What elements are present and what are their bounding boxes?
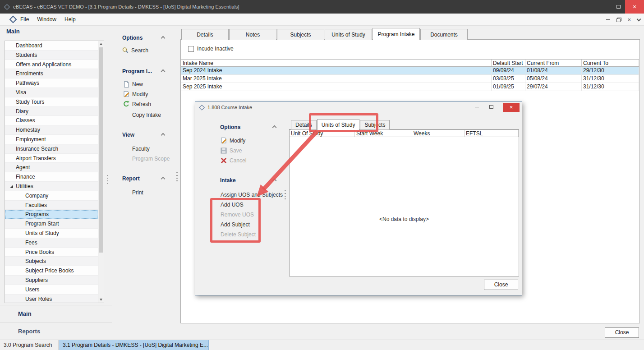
sidebar-item-label: Utilities (16, 183, 33, 189)
mdi-close-icon[interactable]: × (627, 17, 631, 23)
section-header-program[interactable]: Program I... (122, 68, 152, 74)
sidebar-item-airport-transfers[interactable]: Airport Transfers (5, 154, 98, 163)
table-row[interactable]: Sep 2025 Intake 01/09/25 29/07/24 31/12/… (181, 83, 639, 91)
column-header-current-from[interactable]: Current From (525, 60, 582, 66)
dialog-section-header-intake[interactable]: Intake (220, 177, 236, 184)
include-inactive-label[interactable]: Incude Inactive (197, 46, 234, 52)
sidebar-item-price-books[interactable]: Price Books (5, 248, 98, 257)
dialog-tab-units-of-study[interactable]: Units of Study (317, 119, 360, 130)
sidebar-item-program-start[interactable]: Program Start (5, 219, 98, 229)
sidebar-item-users[interactable]: Users (5, 285, 98, 295)
statusbar-tab-program-search[interactable]: 3.0 Program Search (0, 340, 59, 350)
sidebar-item-employment[interactable]: Employment (5, 135, 98, 144)
column-header-start-week[interactable]: Start Week (355, 130, 412, 137)
column-header-weeks[interactable]: Weeks (412, 130, 465, 137)
mdi-minimize-icon[interactable] (606, 19, 610, 20)
sidebar-item-subject-price-books[interactable]: Subject Price Books (5, 266, 98, 276)
dialog-option-modify[interactable]: Modify (220, 137, 245, 144)
sidebar-item-utilities[interactable]: Utilities (5, 182, 98, 191)
section-header-options[interactable]: Options (122, 35, 143, 41)
statusbar: 3.0 Program Search 3.1 Program Details -… (0, 340, 644, 350)
sidebar-item-classes[interactable]: Classes (5, 116, 98, 125)
scroll-down-icon[interactable] (100, 299, 102, 301)
sidebar-item-visa[interactable]: Visa (5, 88, 98, 97)
sidebar-item-programs[interactable]: Programs (5, 210, 98, 219)
column-header-intake-name[interactable]: Intake Name (181, 60, 492, 66)
sidebar-item-faculties[interactable]: Faculties (5, 201, 98, 210)
window-minimize-button[interactable] (599, 0, 612, 14)
sidebar-item-finance[interactable]: Finance (5, 172, 98, 182)
cell-default-start: 09/09/24 (492, 67, 525, 74)
column-header-eftsl[interactable]: EFTSL (465, 130, 519, 137)
dialog-tab-subjects[interactable]: Subjects (360, 120, 390, 129)
close-button[interactable]: Close (605, 327, 639, 338)
sidebar-item-diary[interactable]: Diary (5, 107, 98, 116)
table-row[interactable]: Sep 2024 Intake 09/09/24 01/08/24 29/12/… (181, 67, 639, 75)
sidebar-scrollbar[interactable] (98, 41, 104, 303)
window-close-button[interactable]: × (625, 0, 644, 14)
sidebar-band-reports[interactable]: Reports (0, 322, 112, 340)
section-header-report[interactable]: Report (122, 175, 140, 182)
option-new[interactable]: New (123, 81, 143, 88)
expand-triangle-icon[interactable] (10, 185, 13, 188)
sidebar-item-units-of-study[interactable]: Units of Study (5, 229, 98, 238)
sidebar-item-students[interactable]: Students (5, 51, 98, 60)
dialog-option-assign-uos-and-subjects[interactable]: Assign UOS and Subjects (221, 191, 283, 198)
panel-splitter-handle[interactable] (107, 175, 108, 185)
sidebar-item-agent[interactable]: Agent (5, 163, 98, 172)
dialog-close-button[interactable]: × (503, 103, 520, 112)
dialog-close-action-button[interactable]: Close (484, 280, 518, 290)
new-document-icon (123, 81, 130, 88)
window-maximize-button[interactable] (612, 0, 625, 14)
dialog-section-header-options[interactable]: Options (220, 124, 240, 130)
section-header-view[interactable]: View (122, 132, 134, 138)
option-faculty[interactable]: Faculty (132, 145, 150, 152)
table-row[interactable]: Mar 2025 Intake 03/03/25 05/08/24 31/12/… (181, 75, 639, 83)
scroll-up-icon[interactable] (100, 43, 102, 45)
option-print[interactable]: Print (132, 189, 143, 196)
tab-notes[interactable]: Notes (229, 29, 276, 40)
sidebar-item-pathways[interactable]: Pathways (5, 78, 98, 88)
menu-window[interactable]: Window (33, 14, 60, 26)
column-header-default-start[interactable]: Default Start (492, 60, 525, 66)
sidebar-item-user-roles[interactable]: User Roles (5, 295, 98, 303)
include-inactive-checkbox[interactable] (188, 46, 194, 52)
dialog-option-add-uos[interactable]: Add UOS (221, 201, 244, 208)
column-header-current-to[interactable]: Current To (582, 60, 639, 66)
mdi-restore-icon[interactable] (616, 18, 621, 22)
tab-details[interactable]: Details (181, 29, 229, 40)
sidebar-item-enrolments[interactable]: Enrolments (5, 69, 98, 78)
tab-program-intake[interactable]: Program Intake (373, 28, 420, 40)
sidebar-item-fees[interactable]: Fees (5, 238, 98, 248)
option-modify[interactable]: Modify (123, 91, 148, 98)
sidebar-item-dashboard[interactable]: Dashboard (5, 41, 98, 51)
column-header-unit-of-study[interactable]: Unit Of Study (290, 130, 355, 137)
option-copy-intake[interactable]: Copy Intake (132, 111, 161, 119)
option-search[interactable]: Search (122, 47, 148, 54)
option-refresh[interactable]: Refresh (123, 101, 151, 108)
scrollbar-thumb[interactable] (99, 47, 103, 253)
option-label: Program Scope (132, 156, 170, 162)
chevron-down-icon[interactable] (637, 17, 641, 21)
sidebar-item-suppliers[interactable]: Suppliers (5, 276, 98, 285)
options-panel: Options Search Program I... New Modify R… (113, 27, 179, 221)
dialog-option-add-subject[interactable]: Add Subject (221, 221, 250, 228)
tab-subjects[interactable]: Subjects (277, 29, 324, 40)
tab-units-of-study[interactable]: Units of Study (325, 29, 372, 40)
dialog-minimize-button[interactable] (475, 107, 479, 107)
menu-help[interactable]: Help (60, 14, 80, 26)
statusbar-tab-program-details[interactable]: 3.1 Program Details - DMKESS - [UoS] Dig… (59, 340, 209, 350)
sidebar-item-company[interactable]: Company (5, 191, 98, 201)
dialog-maximize-button[interactable] (489, 105, 493, 109)
sidebar-item-homestay[interactable]: Homestay (5, 125, 98, 135)
sidebar-item-insurance-search[interactable]: Insurance Search (5, 144, 98, 154)
sidebar-item-study-tours[interactable]: Study Tours (5, 97, 98, 107)
menu-file[interactable]: File (16, 14, 33, 26)
dialog-tab-details[interactable]: Details (291, 120, 317, 129)
sidebar-item-offers-and-applications[interactable]: Offers and Applications (5, 60, 98, 69)
edit-icon (123, 91, 130, 98)
sidebar-item-subjects[interactable]: Subjects (5, 257, 98, 266)
panel-splitter-handle[interactable] (285, 190, 286, 200)
tab-documents[interactable]: Documents (420, 29, 468, 40)
sidebar-band-main[interactable]: Main (0, 305, 112, 322)
